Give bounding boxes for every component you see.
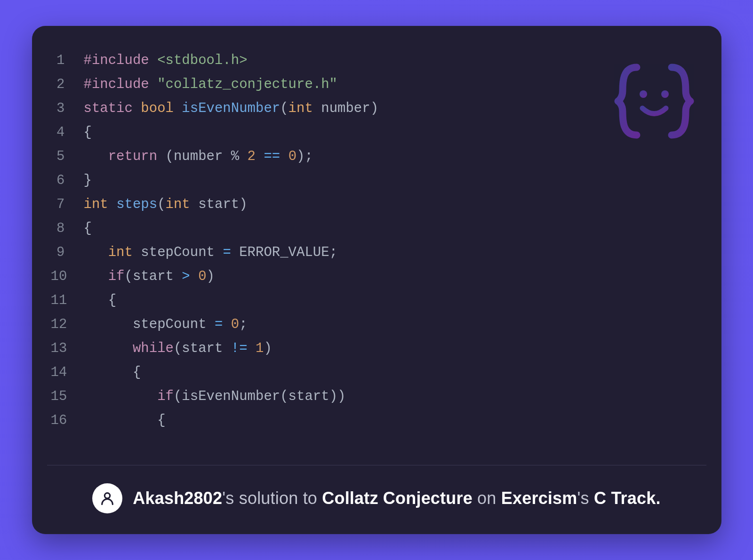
attribution-user: Akash2802 bbox=[133, 488, 222, 508]
line-number: 11 bbox=[51, 288, 84, 312]
code-block: 1#include <stdbool.h>2#include "collatz_… bbox=[51, 48, 703, 432]
line-content: } bbox=[84, 168, 703, 192]
line-content: if(isEvenNumber(start)) bbox=[84, 384, 703, 408]
line-number: 9 bbox=[51, 240, 84, 264]
line-content: { bbox=[84, 360, 703, 384]
line-content: return (number % 2 == 0); bbox=[84, 144, 703, 168]
code-line: 11 { bbox=[51, 288, 703, 312]
attribution-period: . bbox=[656, 488, 660, 508]
code-line: 9 int stepCount = ERROR_VALUE; bbox=[51, 240, 703, 264]
code-area: 1#include <stdbool.h>2#include "collatz_… bbox=[32, 26, 721, 465]
line-content: { bbox=[84, 408, 703, 432]
svg-point-2 bbox=[105, 493, 110, 498]
code-line: 1#include <stdbool.h> bbox=[51, 48, 703, 72]
code-line: 10 if(start > 0) bbox=[51, 264, 703, 288]
line-number: 5 bbox=[51, 144, 84, 168]
attribution-phrase1: solution to bbox=[239, 488, 322, 508]
code-line: 8{ bbox=[51, 216, 703, 240]
line-number: 14 bbox=[51, 360, 84, 384]
line-number: 6 bbox=[51, 168, 84, 192]
line-number: 4 bbox=[51, 120, 84, 144]
line-number: 10 bbox=[51, 264, 84, 288]
code-card: 1#include <stdbool.h>2#include "collatz_… bbox=[32, 26, 721, 534]
line-number: 7 bbox=[51, 192, 84, 216]
line-content: #include "collatz_conjecture.h" bbox=[84, 72, 703, 96]
attribution-possessive2: 's bbox=[577, 488, 594, 508]
line-content: while(start != 1) bbox=[84, 336, 703, 360]
line-content: { bbox=[84, 288, 703, 312]
line-content: static bool isEvenNumber(int number) bbox=[84, 96, 703, 120]
line-number: 13 bbox=[51, 336, 84, 360]
line-number: 3 bbox=[51, 96, 84, 120]
line-content: #include <stdbool.h> bbox=[84, 48, 703, 72]
attribution-track: C Track bbox=[594, 488, 656, 508]
code-line: 13 while(start != 1) bbox=[51, 336, 703, 360]
line-content: { bbox=[84, 120, 703, 144]
code-line: 16 { bbox=[51, 408, 703, 432]
attribution-footer: Akash2802's solution to Collatz Conjectu… bbox=[47, 465, 706, 534]
code-line: 6} bbox=[51, 168, 703, 192]
line-content: int steps(int start) bbox=[84, 192, 703, 216]
line-content: stepCount = 0; bbox=[84, 312, 703, 336]
attribution-phrase2: on bbox=[473, 488, 501, 508]
attribution-site: Exercism bbox=[501, 488, 577, 508]
avatar bbox=[92, 483, 122, 513]
line-number: 16 bbox=[51, 408, 84, 432]
line-number: 2 bbox=[51, 72, 84, 96]
attribution-possessive: 's bbox=[222, 488, 239, 508]
attribution-exercise: Collatz Conjecture bbox=[322, 488, 473, 508]
code-line: 4{ bbox=[51, 120, 703, 144]
code-line: 5 return (number % 2 == 0); bbox=[51, 144, 703, 168]
code-line: 14 { bbox=[51, 360, 703, 384]
attribution-text: Akash2802's solution to Collatz Conjectu… bbox=[133, 488, 660, 508]
line-content: { bbox=[84, 216, 703, 240]
code-line: 12 stepCount = 0; bbox=[51, 312, 703, 336]
code-line: 15 if(isEvenNumber(start)) bbox=[51, 384, 703, 408]
user-icon bbox=[99, 490, 115, 506]
line-number: 15 bbox=[51, 384, 84, 408]
line-number: 8 bbox=[51, 216, 84, 240]
line-content: if(start > 0) bbox=[84, 264, 703, 288]
line-content: int stepCount = ERROR_VALUE; bbox=[84, 240, 703, 264]
code-line: 7int steps(int start) bbox=[51, 192, 703, 216]
code-line: 3static bool isEvenNumber(int number) bbox=[51, 96, 703, 120]
line-number: 1 bbox=[51, 48, 84, 72]
code-line: 2#include "collatz_conjecture.h" bbox=[51, 72, 703, 96]
line-number: 12 bbox=[51, 312, 84, 336]
